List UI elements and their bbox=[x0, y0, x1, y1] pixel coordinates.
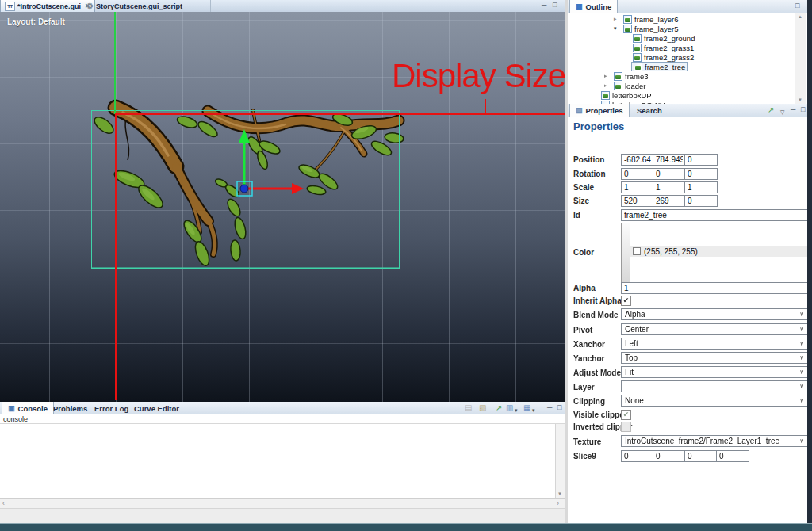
console-vertical-scrollbar[interactable]: ▼ bbox=[555, 424, 566, 498]
maximize-editor-icon[interactable]: □ bbox=[553, 1, 557, 9]
layer-dropdown[interactable]: ∨ bbox=[621, 380, 808, 392]
gui-node-icon bbox=[633, 34, 642, 43]
expand-arrow-icon[interactable]: ▸ bbox=[604, 71, 607, 81]
outline-item-frame_layer5[interactable]: ▾frame_layer5 bbox=[568, 24, 795, 33]
tab-curve-editor[interactable]: Curve Editor bbox=[128, 402, 185, 414]
tab-introcutscene-gui[interactable]: TT *IntroCutscene.gui ✕ bbox=[0, 0, 95, 12]
outline-item-label: frame2_tree bbox=[645, 63, 685, 71]
pivot-dropdown[interactable]: Center ∨ bbox=[621, 323, 808, 335]
scroll-right-icon[interactable]: › bbox=[557, 499, 559, 507]
maximize-properties-icon[interactable]: □ bbox=[801, 105, 805, 114]
collapse-arrow-icon[interactable]: ▾ bbox=[614, 24, 617, 33]
tab-properties[interactable]: ▤ Properties bbox=[569, 104, 630, 117]
tab-outline[interactable]: ▦ Outline bbox=[569, 0, 618, 13]
selection-bounds[interactable] bbox=[91, 110, 400, 269]
dropdown-value: Left bbox=[625, 339, 638, 348]
tab-console[interactable]: ▣ Console bbox=[2, 402, 54, 414]
outline-panel: ▦ Outline ─ □ ▸frame_layer6▾frame_layer5… bbox=[568, 0, 807, 104]
scroll-down-icon[interactable]: ▼ bbox=[557, 491, 562, 496]
color-field[interactable]: (255, 255, 255) bbox=[630, 246, 808, 257]
outline-tree[interactable]: ▸frame_layer6▾frame_layer5frame2_groundf… bbox=[568, 13, 795, 104]
open-console-dropdown-icon[interactable]: ▾ bbox=[532, 406, 535, 414]
rotation-z-field[interactable] bbox=[684, 168, 718, 180]
minimize-console-icon[interactable]: ─ bbox=[547, 403, 552, 412]
outline-item-label: frame2_ground bbox=[644, 34, 695, 43]
visible-clipper-checkbox[interactable] bbox=[621, 410, 631, 420]
xanchor-dropdown[interactable]: Left ∨ bbox=[621, 338, 808, 350]
outline-item-frame2_grass2[interactable]: frame2_grass2 bbox=[568, 52, 795, 62]
inverted-clipper-checkbox[interactable] bbox=[621, 422, 631, 432]
slice9-top-field[interactable] bbox=[653, 450, 686, 462]
expand-arrow-icon[interactable]: ▸ bbox=[604, 81, 607, 90]
adjust-mode-dropdown[interactable]: Fit ∨ bbox=[621, 366, 808, 378]
tab-storycutscene-script[interactable]: ⚙ StoryCutscene.gui_script bbox=[82, 0, 186, 12]
outline-item-frame2_tree[interactable]: frame2_tree bbox=[568, 62, 795, 71]
yanchor-dropdown[interactable]: Top ∨ bbox=[621, 352, 808, 364]
open-console-icon[interactable]: ▦ bbox=[523, 403, 530, 412]
outline-item-label: loader bbox=[625, 82, 645, 90]
tab-error-log[interactable]: Error Log bbox=[89, 402, 134, 414]
view-menu-icon[interactable]: ▽ bbox=[780, 108, 784, 117]
pin-properties-icon[interactable]: ↗ bbox=[768, 105, 774, 114]
properties-panel: ▤ Properties Search ↗ ▽ ─ □ Properties P… bbox=[568, 104, 807, 523]
id-field[interactable] bbox=[621, 209, 810, 221]
expand-arrow-icon[interactable]: ▸ bbox=[614, 14, 617, 24]
outline-item-loader[interactable]: ▸loader bbox=[568, 81, 795, 90]
layer-label: Layer bbox=[573, 383, 595, 392]
pin-console-icon[interactable]: ↗ bbox=[496, 403, 502, 412]
inherit-alpha-checkbox[interactable] bbox=[621, 296, 631, 306]
display-console-icon[interactable]: ▥ bbox=[506, 403, 513, 412]
outline-item-frame_layer6[interactable]: ▸frame_layer6 bbox=[568, 14, 795, 24]
outline-item-letterboxUP[interactable]: letterboxUP bbox=[568, 90, 795, 100]
size-z-field[interactable] bbox=[684, 195, 718, 207]
size-x-field[interactable] bbox=[621, 195, 654, 207]
outline-item-frame3[interactable]: ▸frame3 bbox=[568, 71, 795, 81]
dropdown-value: Alpha bbox=[625, 310, 645, 319]
clipping-dropdown[interactable]: None ∨ bbox=[621, 395, 808, 407]
outline-tab-bar: ▦ Outline ─ □ bbox=[568, 0, 807, 13]
slice9-right-field[interactable] bbox=[684, 450, 718, 462]
minimize-outline-icon[interactable]: ─ bbox=[783, 2, 788, 10]
display-console-dropdown-icon[interactable]: ▾ bbox=[515, 406, 518, 414]
size-y-field[interactable] bbox=[653, 195, 686, 207]
scroll-up-icon[interactable]: ▲ bbox=[798, 14, 802, 19]
slice9-left-field[interactable] bbox=[621, 450, 654, 462]
outline-item-label: frame3 bbox=[625, 72, 649, 81]
alpha-field[interactable] bbox=[621, 282, 810, 294]
scroll-left-icon[interactable]: ‹ bbox=[2, 499, 5, 507]
maximize-outline-icon[interactable]: □ bbox=[795, 2, 799, 10]
scroll-lock-icon[interactable]: ▧ bbox=[479, 403, 486, 412]
adjust-mode-label: Adjust Mode bbox=[573, 369, 621, 377]
minimize-editor-icon[interactable]: ─ bbox=[542, 1, 546, 9]
position-x-field[interactable] bbox=[621, 154, 654, 166]
scale-y-field[interactable] bbox=[653, 181, 686, 193]
tab-problems[interactable]: Problems bbox=[48, 402, 93, 414]
console-output-area[interactable] bbox=[0, 424, 555, 498]
outline-item-frame2_ground[interactable]: frame2_ground bbox=[568, 33, 795, 43]
rotation-y-field[interactable] bbox=[653, 168, 686, 180]
visible-clipper-label: Visible clipper bbox=[573, 411, 627, 419]
position-y-field[interactable] bbox=[653, 154, 686, 166]
minimize-properties-icon[interactable]: ─ bbox=[791, 105, 795, 114]
maximize-console-icon[interactable]: □ bbox=[557, 403, 561, 412]
color-swatch[interactable] bbox=[633, 247, 641, 255]
rotation-x-field[interactable] bbox=[621, 168, 654, 180]
position-z-field[interactable] bbox=[684, 154, 718, 166]
outline-item-frame2_grass1[interactable]: frame2_grass1 bbox=[568, 43, 795, 52]
scroll-down-icon[interactable]: ▼ bbox=[798, 97, 802, 102]
chevron-down-icon: ∨ bbox=[799, 354, 804, 361]
outline-item-label: frame_layer5 bbox=[634, 25, 678, 33]
clear-console-icon[interactable]: ▤ bbox=[465, 403, 472, 412]
scale-x-field[interactable] bbox=[621, 181, 654, 193]
scale-z-field[interactable] bbox=[684, 181, 718, 193]
color-slider[interactable] bbox=[621, 223, 630, 283]
blend-mode-dropdown[interactable]: Alpha ∨ bbox=[621, 308, 808, 320]
properties-heading: Properties bbox=[573, 120, 624, 132]
slice9-bottom-field[interactable] bbox=[716, 450, 749, 462]
console-footer-strip bbox=[0, 508, 565, 524]
gui-node-icon bbox=[633, 44, 642, 52]
texture-dropdown[interactable]: IntroCutscene_frame2/Frame2_Layer1_tree … bbox=[621, 435, 808, 447]
console-tab-bar: ▣ Console Problems Error Log Curve Edito… bbox=[0, 402, 565, 415]
outline-scrollbar[interactable]: ▲ ▼ bbox=[795, 13, 806, 104]
tab-search[interactable]: Search bbox=[631, 104, 668, 117]
